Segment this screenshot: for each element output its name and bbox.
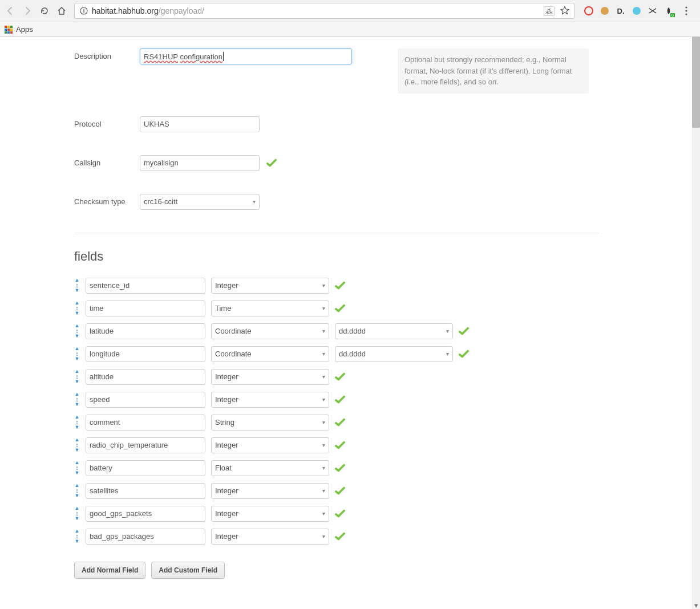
field-name-input[interactable] (86, 323, 205, 339)
back-button[interactable] (3, 4, 17, 18)
fields-list: ▲↕▼Integer▲↕▼Time▲↕▼Coordinatedd.dddd▲↕▼… (74, 278, 599, 545)
svg-rect-14 (10, 29, 13, 31)
reload-button[interactable] (38, 4, 51, 18)
field-format-value: dd.dddd (339, 327, 366, 335)
label-checksum: Checksum type (74, 194, 140, 206)
add-custom-field-button[interactable]: Add Custom Field (151, 562, 225, 579)
field-type-select[interactable]: Integer (211, 437, 329, 453)
ext-icon-3[interactable]: D. (616, 6, 626, 16)
check-icon (335, 463, 345, 473)
row-checksum: Checksum type crc16-ccitt (74, 194, 599, 210)
ext-icon-4[interactable] (632, 6, 642, 16)
field-row: ▲↕▼Float (74, 460, 599, 476)
drag-handle[interactable]: ▲↕▼ (74, 415, 80, 430)
row-protocol: Protocol (74, 116, 599, 132)
drag-handle[interactable]: ▲↕▼ (74, 529, 80, 544)
info-icon[interactable] (79, 6, 88, 15)
field-type-value: Float (215, 464, 232, 472)
field-name-input[interactable] (86, 392, 205, 408)
field-type-select[interactable]: Time (211, 301, 329, 316)
drag-handle[interactable]: ▲↕▼ (74, 346, 80, 362)
check-icon (335, 395, 345, 405)
ext-icon-5[interactable] (648, 6, 658, 16)
drag-handle[interactable]: ▲↕▼ (74, 301, 80, 316)
home-button[interactable] (55, 4, 68, 18)
check-icon (335, 440, 345, 450)
field-type-select[interactable]: Coordinate (211, 323, 329, 339)
check-icon (335, 372, 345, 382)
ext-icon-1[interactable] (584, 6, 594, 16)
divider (74, 233, 599, 233)
menu-button[interactable] (679, 4, 693, 18)
drag-handle[interactable]: ▲↕▼ (74, 506, 80, 521)
label-description: Description (74, 48, 140, 60)
field-name-input[interactable] (86, 278, 205, 294)
callsign-input[interactable] (140, 155, 260, 171)
field-type-select[interactable]: String (211, 415, 329, 431)
fields-heading: fields (74, 249, 599, 264)
svg-rect-15 (5, 31, 7, 34)
field-type-select[interactable]: Float (211, 460, 329, 476)
field-name-input[interactable] (86, 437, 205, 453)
forward-button[interactable] (21, 4, 34, 18)
address-bar[interactable]: habitat.habhub.org/genpayload/ ⁂ (74, 3, 574, 19)
protocol-input[interactable] (140, 116, 260, 132)
field-name-input[interactable] (86, 483, 205, 499)
url-path: /genpayload/ (159, 6, 204, 15)
field-name-input[interactable] (86, 346, 205, 362)
apps-button[interactable]: Apps (5, 25, 33, 34)
field-type-select[interactable]: Integer (211, 392, 329, 408)
row-description: Description RS41HUP configuration Option… (74, 48, 599, 94)
field-type-value: Integer (215, 486, 238, 495)
add-normal-field-button[interactable]: Add Normal Field (74, 562, 145, 579)
ext-icon-6[interactable]: 0 (663, 6, 674, 16)
field-row: ▲↕▼Time (74, 301, 599, 316)
description-value-p1: RS41HUP (144, 52, 178, 61)
svg-rect-16 (7, 31, 10, 34)
url-text: habitat.habhub.org/genpayload/ (92, 6, 544, 15)
drag-handle[interactable]: ▲↕▼ (74, 460, 80, 476)
drag-handle[interactable]: ▲↕▼ (74, 392, 80, 407)
field-type-select[interactable]: Integer (211, 506, 329, 522)
ext-icon-2[interactable] (600, 6, 610, 16)
field-name-input[interactable] (86, 369, 205, 385)
drag-handle[interactable]: ▲↕▼ (74, 437, 80, 453)
field-type-value: Integer (215, 509, 238, 518)
field-format-select[interactable]: dd.dddd (335, 346, 453, 362)
field-type-select[interactable]: Coordinate (211, 346, 329, 362)
drag-handle[interactable]: ▲↕▼ (74, 278, 80, 293)
extension-icons: D. 0 (580, 4, 697, 18)
checksum-value: crc16-ccitt (144, 197, 177, 206)
svg-point-5 (633, 7, 641, 15)
description-input[interactable]: RS41HUP configuration (140, 48, 352, 64)
field-type-select[interactable]: Integer (211, 369, 329, 385)
drag-handle[interactable]: ▲↕▼ (74, 483, 80, 498)
svg-point-3 (585, 7, 593, 15)
field-type-value: Integer (215, 395, 238, 404)
field-type-value: Coordinate (215, 327, 252, 335)
field-name-input[interactable] (86, 460, 205, 476)
field-name-input[interactable] (86, 506, 205, 522)
field-format-select[interactable]: dd.dddd (335, 323, 453, 339)
drag-handle[interactable]: ▲↕▼ (74, 369, 80, 384)
field-type-select[interactable]: Integer (211, 278, 329, 294)
svg-rect-1 (83, 10, 84, 13)
field-name-input[interactable] (86, 301, 205, 316)
field-name-input[interactable] (86, 415, 205, 431)
checksum-select[interactable]: crc16-ccitt (140, 194, 260, 210)
apps-grid-icon (5, 26, 13, 34)
browser-chrome: habitat.habhub.org/genpayload/ ⁂ D. 0 (0, 0, 700, 37)
svg-rect-13 (7, 29, 10, 31)
field-type-select[interactable]: Integer (211, 529, 329, 545)
translate-icon[interactable]: ⁂ (544, 6, 555, 16)
svg-rect-11 (10, 26, 13, 28)
star-icon[interactable] (560, 6, 569, 17)
svg-point-8 (685, 13, 687, 15)
svg-point-4 (601, 7, 609, 15)
row-callsign: Callsign (74, 155, 599, 171)
drag-handle[interactable]: ▲↕▼ (74, 323, 80, 339)
field-name-input[interactable] (86, 529, 205, 545)
field-type-value: String (215, 418, 234, 427)
bookmark-bar: Apps (0, 22, 700, 36)
field-type-select[interactable]: Integer (211, 483, 329, 499)
